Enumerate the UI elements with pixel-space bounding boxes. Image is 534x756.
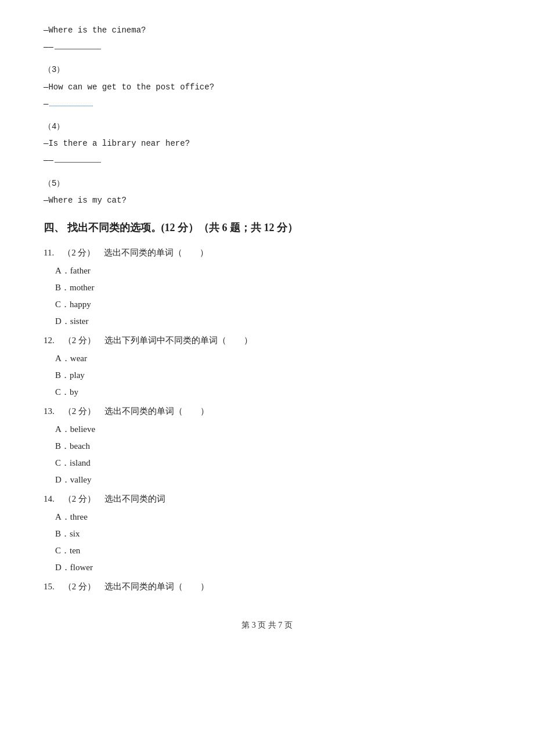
option-14-d[interactable]: D．flower: [55, 560, 490, 575]
section-four-title: 四、 找出不同类的选项。(12 分）（共 6 题；共 12 分）: [44, 218, 490, 237]
conversation-block-3: （3） —How can we get to the post office? …: [44, 63, 490, 111]
option-13-c[interactable]: C．island: [55, 455, 490, 471]
question-line-4: —Is there a library near here?: [44, 136, 490, 151]
option-12-a[interactable]: A．wear: [55, 351, 490, 366]
option-13-a[interactable]: A．believe: [55, 422, 490, 437]
option-12-b[interactable]: B．play: [55, 368, 490, 383]
option-12-c[interactable]: C．by: [55, 384, 490, 400]
conversation-block-5: （5） —Where is my cat?: [44, 177, 490, 208]
option-11-b[interactable]: B．mother: [55, 280, 490, 296]
question-12: 12. （2 分） 选出下列单词中不同类的单词（ ） A．wear B．play…: [44, 333, 490, 400]
num-label-3: （3）: [44, 63, 490, 77]
question-15: 15. （2 分） 选出不同类的单词（ ）: [44, 579, 490, 595]
page-number-text: 第 3 页 共 7 页: [241, 621, 293, 629]
num-label-4: （4）: [44, 120, 490, 134]
option-14-a[interactable]: A．three: [55, 509, 490, 525]
question-14: 14. （2 分） 选出不同类的词 A．three B．six C．ten D．…: [44, 491, 490, 575]
question-line-5: —Where is my cat?: [44, 193, 490, 208]
option-13-d[interactable]: D．valley: [55, 472, 490, 488]
answer-line-3: —: [44, 97, 490, 111]
conversation-block-4: （4） —Is there a library near here? ——: [44, 120, 490, 168]
question-line-3: —How can we get to the post office?: [44, 80, 490, 95]
question-15-title: 15. （2 分） 选出不同类的单词（ ）: [44, 579, 490, 595]
page-footer: 第 3 页 共 7 页: [44, 618, 490, 632]
question-13: 13. （2 分） 选出不同类的单词（ ） A．believe B．beach …: [44, 404, 490, 488]
question-11: 11. （2 分） 选出不同类的单词（ ） A．father B．mother …: [44, 245, 490, 329]
question-11-title: 11. （2 分） 选出不同类的单词（ ）: [44, 245, 490, 261]
option-11-d[interactable]: D．sister: [55, 314, 490, 329]
num-label-5: （5）: [44, 177, 490, 191]
option-11-c[interactable]: C．happy: [55, 297, 490, 312]
question-line-2: —Where is the cinema?: [44, 23, 490, 38]
question-13-title: 13. （2 分） 选出不同类的单词（ ）: [44, 404, 490, 419]
conversation-block-2: —Where is the cinema? ——: [44, 23, 490, 55]
option-14-c[interactable]: C．ten: [55, 543, 490, 559]
question-12-title: 12. （2 分） 选出下列单词中不同类的单词（ ）: [44, 333, 490, 348]
option-13-b[interactable]: B．beach: [55, 438, 490, 454]
answer-line-4: ——: [44, 153, 490, 168]
option-11-a[interactable]: A．father: [55, 263, 490, 279]
section-four: 四、 找出不同类的选项。(12 分）（共 6 题；共 12 分） 11. （2 …: [44, 218, 490, 595]
question-14-title: 14. （2 分） 选出不同类的词: [44, 491, 490, 507]
option-14-b[interactable]: B．six: [55, 526, 490, 542]
answer-line-2: ——: [44, 40, 490, 55]
